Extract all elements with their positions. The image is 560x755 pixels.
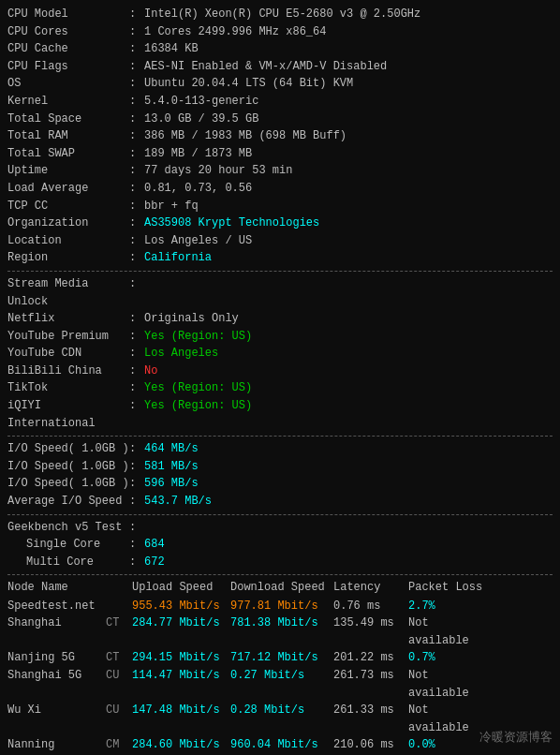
region-row: Region : California [7,249,553,267]
total-space-value: 13.0 GB / 39.5 GB [144,111,553,128]
kernel-label: Kernel [7,93,129,111]
divider-1 [7,271,553,272]
tiktok-row: TikTok : Yes (Region: US) [7,379,553,397]
youtube-premium-row: YouTube Premium : Yes (Region: US) [7,328,553,346]
header-download-1: Download Speed [230,579,333,597]
cpu-model-value: Intel(R) Xeon(R) CPU E5-2680 v3 @ 2.50GH… [144,6,553,23]
load-avg-label: Load Average [7,180,129,198]
total-swap-row: Total SWAP : 189 MB / 1873 MB [7,145,553,163]
cell-upload: 284.77 Mbit/s [132,614,230,649]
tcp-cc-row: TCP CC : bbr + fq [7,198,553,215]
total-swap-value: 189 MB / 1873 MB [144,145,553,163]
cell-latency: 261.73 ms [333,667,408,702]
cell-latency: 201.22 ms [333,649,408,667]
divider-3 [7,514,553,515]
cell-node: Shanghai [7,614,106,649]
cell-node: Nanjing 5G [7,649,106,667]
location-label: Location [7,232,129,250]
header-loss-1: Packet Loss [408,579,493,597]
cell-upload: 147.48 Mbit/s [132,702,230,736]
network-table-1: Node Name Upload Speed Download Speed La… [7,579,553,755]
netflix-row: Netflix : Originals Only [7,310,553,328]
total-swap-label: Total SWAP [7,145,129,163]
media-section: Stream Media Unlock : Netflix : Original… [7,275,553,432]
bilibili-row: BiliBili China : No [7,363,553,380]
youtube-cdn-value: Los Angeles [144,345,553,363]
geekbench-section-label: Geekbench v5 Test [7,519,129,537]
cell-latency: 261.33 ms [333,702,408,736]
total-ram-value: 386 MB / 1983 MB (698 MB Buff) [144,127,553,145]
cpu-cores-label: CPU Cores [7,23,129,41]
network-table-1-body: Speedtest.net 955.43 Mbit/s 977.81 Mbit/… [7,598,553,755]
load-avg-value: 0.81, 0.73, 0.56 [144,180,553,198]
cell-node: Nanning [7,736,106,754]
cell-loss: 0.7% [408,649,493,667]
cell-upload: 284.60 Mbit/s [132,736,230,754]
cell-upload: 294.15 Mbit/s [132,649,230,667]
geekbench-section: Geekbench v5 Test : Single Core : 684 Mu… [7,519,553,571]
org-row: Organization : AS35908 Krypt Technologie… [7,215,553,232]
geekbench-header-row: Geekbench v5 Test : [7,519,553,537]
cell-isp: CU [106,667,132,702]
cell-isp [106,598,132,615]
cell-upload: 955.43 Mbit/s [132,598,230,615]
io-avg-value: 543.7 MB/s [144,493,553,511]
watermark: 冷暖资源博客 [479,729,553,746]
io-row3: I/O Speed( 1.0GB ) : 596 MB/s [7,475,553,493]
cpu-cores-value: 1 Cores 2499.996 MHz x86_64 [144,23,553,41]
cell-loss: Not available [408,667,493,702]
kernel-row: Kernel : 5.4.0-113-generic [7,93,553,111]
geekbench-single-label: Single Core [7,536,129,554]
cpu-flags-label: CPU Flags [7,58,129,76]
cpu-cache-value: 16384 KB [144,40,553,58]
cpu-cores-row: CPU Cores : 1 Cores 2499.996 MHz x86_64 [7,23,553,41]
cell-isp: CT [106,649,132,667]
geekbench-single-value: 684 [144,536,553,554]
iqiyi-row: iQIYI International : Yes (Region: US) [7,397,553,432]
total-ram-label: Total RAM [7,127,129,145]
divider-2 [7,436,553,437]
cpu-flags-value: AES-NI Enabled & VM-x/AMD-V Disabled [144,58,553,76]
total-space-row: Total Space : 13.0 GB / 39.5 GB [7,111,553,128]
header-upload-1: Upload Speed [132,579,230,597]
header-latency-1: Latency [333,579,408,597]
uptime-row: Uptime : 77 days 20 hour 53 min [7,162,553,180]
geekbench-multi-label: Multi Core [7,554,129,571]
io-row3-value: 596 MB/s [144,475,553,493]
divider-4 [7,574,553,575]
region-value: California [144,249,553,267]
main-container: CPU Model : Intel(R) Xeon(R) CPU E5-2680… [7,6,553,755]
os-value: Ubuntu 20.04.4 LTS (64 Bit) KVM [144,75,553,93]
table-row: Speedtest.net 955.43 Mbit/s 977.81 Mbit/… [7,598,553,615]
table-row: Shanghai 5G CU 114.47 Mbit/s 0.27 Mbit/s… [7,667,553,702]
table-row: Nanjing 5G CT 294.15 Mbit/s 717.12 Mbit/… [7,649,553,667]
io-row2-label: I/O Speed( 1.0GB ) [7,458,129,476]
header-node-1: Node Name [7,579,106,597]
location-value: Los Angeles / US [144,232,553,250]
uptime-label: Uptime [7,162,129,180]
youtube-premium-label: YouTube Premium [7,328,129,346]
geekbench-multi-row: Multi Core : 672 [7,554,553,571]
cpu-cache-row: CPU Cache : 16384 KB [7,40,553,58]
bilibili-value: No [144,363,553,380]
iqiyi-label: iQIYI International [7,397,129,432]
iqiyi-value: Yes (Region: US) [144,397,553,432]
cpu-flags-row: CPU Flags : AES-NI Enabled & VM-x/AMD-V … [7,58,553,76]
io-section: I/O Speed( 1.0GB ) : 464 MB/s I/O Speed(… [7,440,553,510]
io-row1: I/O Speed( 1.0GB ) : 464 MB/s [7,440,553,458]
total-space-label: Total Space [7,111,129,128]
uptime-value: 77 days 20 hour 53 min [144,162,553,180]
tcp-cc-label: TCP CC [7,198,129,215]
cell-node: Speedtest.net [7,598,106,615]
io-row2-value: 581 MB/s [144,458,553,476]
os-row: OS : Ubuntu 20.04.4 LTS (64 Bit) KVM [7,75,553,93]
cell-loss: Not available [408,614,493,649]
cell-download: 717.12 Mbit/s [230,649,333,667]
youtube-premium-value: Yes (Region: US) [144,328,553,346]
cpu-model-label: CPU Model [7,6,129,23]
youtube-cdn-label: YouTube CDN [7,345,129,363]
io-avg-row: Average I/O Speed : 543.7 MB/s [7,493,553,511]
org-value: AS35908 Krypt Technologies [144,215,553,232]
cell-download: 0.27 Mbit/s [230,667,333,702]
io-row2: I/O Speed( 1.0GB ) : 581 MB/s [7,458,553,476]
